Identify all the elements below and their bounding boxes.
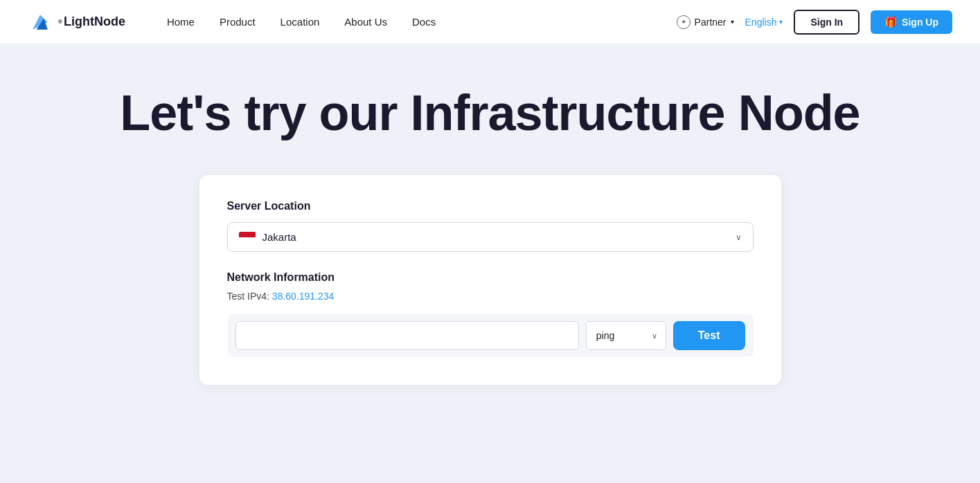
- test-ipv4-row: Test IPv4: 38.60.191.234: [227, 291, 754, 302]
- nav-product[interactable]: Product: [220, 16, 256, 28]
- hero-title: Let's try our Infrastructure Node: [28, 86, 952, 140]
- nav-links: Home Product Location About Us Docs: [167, 16, 677, 28]
- partner-button[interactable]: ✦ Partner ▾: [677, 15, 734, 29]
- test-button[interactable]: Test: [673, 321, 745, 350]
- test-row: ping mtr traceroute Test: [227, 314, 754, 357]
- infrastructure-card: Server Location Jakarta ∨ Network Inform…: [199, 175, 781, 385]
- test-input[interactable]: [235, 321, 579, 350]
- test-type-select[interactable]: ping mtr traceroute: [587, 322, 666, 349]
- location-select[interactable]: Jakarta ∨: [227, 222, 754, 252]
- navbar: ® LightNode Home Product Location About …: [0, 0, 980, 44]
- lang-chevron-icon: ▾: [779, 18, 783, 26]
- location-chevron-icon: ∨: [736, 233, 742, 242]
- test-type-select-wrapper: ping mtr traceroute: [586, 321, 666, 350]
- test-ipv4-link[interactable]: 38.60.191.234: [272, 291, 335, 302]
- nav-location[interactable]: Location: [280, 16, 320, 28]
- nav-actions: ✦ Partner ▾ English ▾ Sign In 🎁 Sign Up: [677, 10, 952, 35]
- nav-about-us[interactable]: About Us: [344, 16, 387, 28]
- indonesia-flag-icon: [239, 232, 256, 243]
- network-info-label: Network Information: [227, 271, 754, 284]
- test-ipv4-label: Test IPv4:: [227, 291, 269, 302]
- selected-location-text: Jakarta: [262, 231, 296, 243]
- hero-section: Let's try our Infrastructure Node Server…: [0, 44, 980, 483]
- logo-text: ® LightNode: [58, 15, 125, 29]
- logo[interactable]: ® LightNode: [28, 10, 125, 35]
- language-button[interactable]: English ▾: [745, 17, 783, 28]
- signin-button[interactable]: Sign In: [794, 10, 859, 35]
- partner-icon: ✦: [677, 15, 691, 29]
- logo-icon: [28, 10, 53, 35]
- signup-button[interactable]: 🎁 Sign Up: [871, 10, 952, 34]
- partner-chevron-icon: ▾: [731, 18, 734, 26]
- server-location-label: Server Location: [227, 200, 754, 212]
- gift-icon: 🎁: [884, 16, 898, 28]
- nav-home[interactable]: Home: [167, 16, 195, 28]
- nav-docs[interactable]: Docs: [412, 16, 436, 28]
